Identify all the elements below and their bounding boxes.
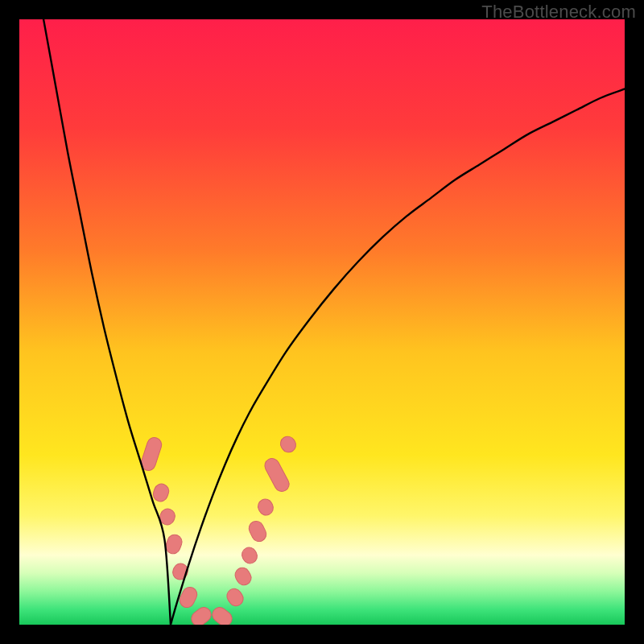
- chart-svg: [19, 19, 625, 625]
- gradient-background: [19, 19, 625, 625]
- plot-area: [19, 19, 625, 625]
- chart-frame: TheBottleneck.com: [0, 0, 644, 644]
